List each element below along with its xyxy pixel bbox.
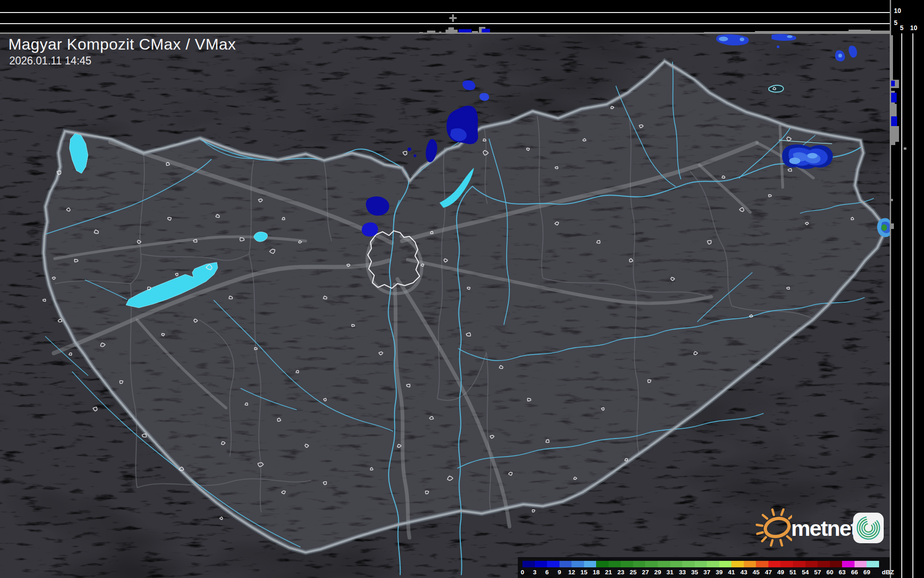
legend-segment (522, 561, 535, 567)
legend-segment (596, 561, 609, 567)
legend-segment (658, 561, 670, 567)
echo-top-profile-panel (0, 0, 890, 33)
y-tick-5: 5 (894, 19, 898, 26)
legend-tick-label: 25 (629, 569, 636, 576)
legend-tick-label: 66 (851, 569, 858, 576)
legend-segment (633, 561, 646, 567)
legend-segment (695, 561, 707, 567)
legend-tick-label: 41 (728, 569, 735, 576)
legend-tick-label: 33 (679, 569, 686, 576)
legend-tick-label: 43 (740, 569, 747, 576)
legend-segment (842, 561, 855, 567)
profile-dot (904, 147, 906, 150)
legend-segment (584, 561, 597, 567)
legend-tick-label: 3 (533, 569, 537, 576)
metnet-logo-link[interactable]: metnet (755, 503, 890, 548)
legend-tick-label: 37 (704, 569, 710, 576)
legend-segment (768, 561, 781, 567)
gridline-5km-v (901, 33, 902, 578)
profile-bar-echo (891, 81, 895, 86)
radar-composite-screen: 10 5 5 10 Magyar Kompozit CMax / VMax 20… (0, 0, 924, 578)
legend-segment (609, 561, 621, 567)
dbz-tick-labels: 0369121518212325272931333537394143454749… (518, 569, 890, 577)
profile-bar (891, 104, 897, 116)
legend-segment (547, 561, 559, 567)
legend-tick-label: 6 (545, 569, 549, 576)
legend-segment (780, 561, 793, 567)
dbz-unit-label: dBZ (882, 569, 894, 576)
legend-segment (855, 561, 867, 567)
legend-segment (621, 561, 633, 567)
hungary-map-svg (0, 33, 890, 578)
legend-segment (707, 561, 719, 567)
profile-bar (891, 126, 899, 142)
legend-segment (645, 561, 658, 567)
legend-tick-label: 21 (605, 569, 612, 576)
side-profile-panel: 10 5 5 10 (890, 0, 924, 578)
legend-segment (817, 561, 830, 567)
dbz-colorbar (522, 561, 879, 567)
legend-segment (830, 561, 842, 567)
profile-dash (890, 199, 893, 201)
profile-bar (891, 223, 894, 229)
legend-segment (805, 561, 818, 567)
profile-bar (891, 142, 895, 145)
logo-wordmark: metnet (791, 515, 857, 541)
gridline-10km (0, 12, 890, 13)
y-tick-10: 10 (894, 7, 901, 14)
radar-map (0, 33, 890, 578)
legend-tick-label: 12 (568, 569, 575, 576)
legend-segment (535, 561, 547, 567)
metnet-app-icon (853, 513, 884, 543)
legend-tick-label: 51 (790, 569, 797, 576)
profile-bar (891, 35, 893, 80)
max-marker-icon (449, 17, 457, 19)
legend-tick-label: 47 (765, 569, 772, 576)
gridline-10km-v (912, 33, 913, 578)
legend-tick-label: 23 (617, 569, 624, 576)
legend-tick-label: 35 (691, 569, 698, 576)
x-tick-10: 10 (910, 25, 918, 31)
gridline-5km (0, 23, 890, 24)
legend-tick-label: 18 (593, 569, 600, 576)
legend-tick-label: 49 (777, 569, 784, 576)
legend-segment (670, 561, 683, 567)
legend-segment (719, 561, 732, 567)
legend-tick-label: 9 (558, 569, 561, 576)
legend-segment (744, 561, 756, 567)
x-tick-5: 5 (900, 25, 904, 31)
legend-segment (731, 561, 744, 567)
legend-segment (867, 561, 879, 567)
legend-tick-label: 45 (753, 569, 760, 576)
legend-segment (793, 561, 805, 567)
sun-icon (755, 503, 792, 548)
legend-tick-label: 31 (666, 569, 673, 576)
legend-segment (682, 561, 695, 567)
legend-tick-label: 0 (521, 569, 524, 576)
spiral-icon (853, 513, 884, 543)
legend-tick-label: 60 (826, 569, 833, 576)
legend-tick-label: 15 (580, 569, 587, 576)
legend-tick-label: 69 (863, 569, 870, 576)
timestamp: 2026.01.11 14:45 (9, 55, 91, 67)
legend-tick-label: 63 (839, 569, 846, 576)
legend-segment (559, 561, 572, 567)
legend-tick-label: 39 (716, 569, 723, 576)
legend-tick-label: 54 (802, 569, 809, 576)
dbz-legend: 0369121518212325272931333537394143454749… (518, 557, 890, 578)
page-title: Magyar Kompozit CMax / VMax (8, 35, 236, 53)
legend-tick-label: 29 (654, 569, 661, 576)
legend-segment (572, 561, 584, 567)
axis-baseline (0, 32, 924, 34)
legend-tick-label: 57 (814, 569, 821, 576)
profile-bar-echo (891, 93, 897, 102)
legend-tick-label: 27 (642, 569, 649, 576)
legend-segment (756, 561, 768, 567)
profile-bar-echo (891, 116, 897, 126)
